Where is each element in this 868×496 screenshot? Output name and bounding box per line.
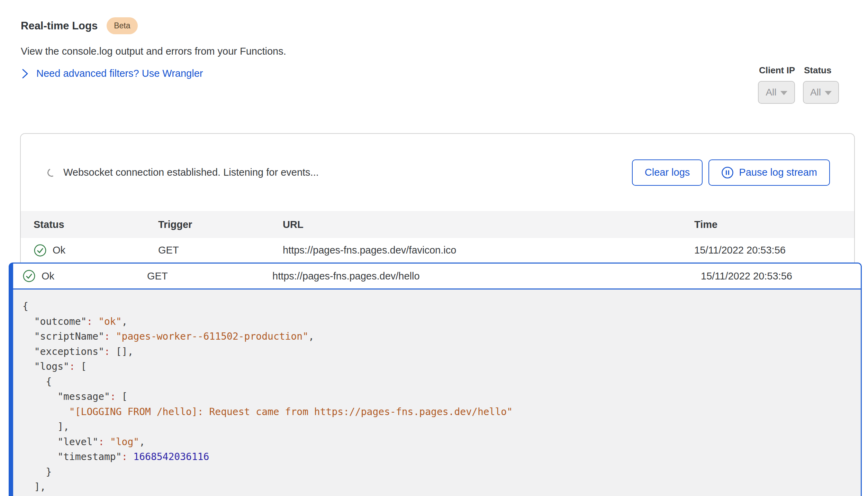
page-title: Real-time Logs bbox=[21, 20, 98, 32]
trigger-value: GET bbox=[158, 245, 283, 256]
page-subtitle: View the console.log output and errors f… bbox=[21, 46, 286, 57]
client-ip-filter: Client IP All bbox=[758, 65, 795, 104]
time-value: 15/11/2022 20:53:56 bbox=[694, 245, 844, 256]
column-header-url: URL bbox=[283, 219, 694, 230]
trigger-value: GET bbox=[147, 270, 272, 282]
status-cell: Ok bbox=[34, 244, 158, 257]
dropdown-caret-icon bbox=[780, 91, 787, 95]
spinner-icon bbox=[46, 167, 57, 178]
log-table-header: Status Trigger URL Time bbox=[21, 211, 854, 238]
pause-log-stream-button-label: Pause log stream bbox=[739, 167, 817, 178]
time-value: 15/11/2022 20:53:56 bbox=[701, 270, 850, 282]
chevron-right-icon bbox=[21, 68, 29, 79]
clear-logs-button[interactable]: Clear logs bbox=[632, 159, 703, 186]
expanded-log-entry: Ok GET https://pages-fns.pages.dev/hello… bbox=[9, 263, 862, 496]
client-ip-filter-dropdown[interactable]: All bbox=[758, 81, 795, 104]
status-filter: Status All bbox=[803, 65, 839, 104]
advanced-filters-link-label: Need advanced filters? Use Wrangler bbox=[36, 68, 203, 79]
page-header: Real-time Logs Beta bbox=[21, 17, 138, 34]
status-value: Ok bbox=[53, 245, 65, 256]
clear-logs-button-label: Clear logs bbox=[645, 167, 690, 178]
dropdown-caret-icon bbox=[825, 91, 832, 95]
column-header-status: Status bbox=[34, 219, 158, 230]
log-detail-code: { "outcome": "ok", "scriptName": "pages-… bbox=[13, 290, 861, 495]
expanded-log-row[interactable]: Ok GET https://pages-fns.pages.dev/hello… bbox=[13, 264, 861, 290]
websocket-status-message: Websocket connection established. Listen… bbox=[63, 167, 319, 178]
ok-status-icon bbox=[34, 244, 47, 257]
column-header-trigger: Trigger bbox=[158, 219, 283, 230]
client-ip-filter-value: All bbox=[766, 87, 776, 98]
advanced-filters-link[interactable]: Need advanced filters? Use Wrangler bbox=[21, 68, 203, 79]
filters-group: Client IP All Status All bbox=[758, 65, 839, 104]
pause-log-stream-button[interactable]: Pause log stream bbox=[708, 159, 830, 186]
ok-status-icon bbox=[22, 269, 36, 283]
column-header-time: Time bbox=[694, 219, 844, 230]
status-cell: Ok bbox=[22, 269, 147, 283]
log-panel-toolbar: Websocket connection established. Listen… bbox=[21, 134, 854, 211]
url-value: https://pages-fns.pages.dev/favicon.ico bbox=[283, 245, 694, 256]
status-value: Ok bbox=[42, 270, 54, 282]
url-value: https://pages-fns.pages.dev/hello bbox=[272, 270, 701, 282]
client-ip-filter-label: Client IP bbox=[759, 65, 795, 76]
status-filter-value: All bbox=[810, 87, 821, 98]
log-table-row[interactable]: Ok GET https://pages-fns.pages.dev/favic… bbox=[21, 238, 854, 263]
beta-badge: Beta bbox=[107, 17, 137, 34]
pause-icon bbox=[721, 166, 734, 179]
status-filter-dropdown[interactable]: All bbox=[803, 81, 839, 104]
status-filter-label: Status bbox=[804, 65, 839, 76]
